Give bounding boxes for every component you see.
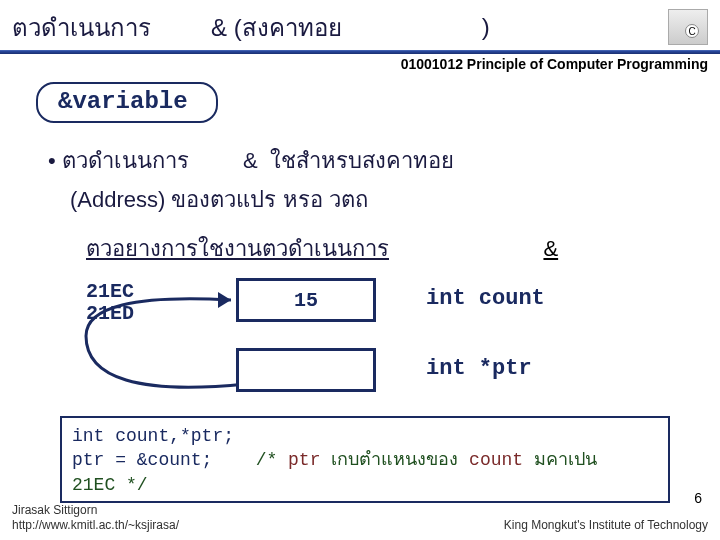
ampersand-icon: & xyxy=(243,148,258,173)
cpp-logo-icon xyxy=(668,9,708,45)
code-line-1: int count,*ptr; xyxy=(72,424,658,448)
slide-header: ตวดำเนนการ & (สงคาทอย ) xyxy=(0,0,720,50)
code-comment: /* ptr เกบตำแหนงของ count มคาเปน xyxy=(256,450,597,470)
code-box: int count,*ptr; ptr = &count; /* ptr เกบ… xyxy=(60,416,670,503)
footer-institution: King Mongkut's Institute of Technology xyxy=(504,518,708,534)
header-operator: & (สงคาทอย xyxy=(211,8,342,47)
author-name: Jirasak Sittigorn xyxy=(12,503,179,519)
slide-body: &variable • ตวดำเนนการ & ใชสำหรบสงคาทอย … xyxy=(0,72,720,503)
author-url: http://www.kmitl.ac.th/~ksjirasa/ xyxy=(12,518,179,534)
code-line-2a: ptr = &count; xyxy=(72,450,212,470)
header-paren: ) xyxy=(482,13,490,41)
course-code: 01001012 Principle of Computer Programmi… xyxy=(0,54,720,72)
page-number: 6 xyxy=(694,490,702,506)
memory-box-ptr xyxy=(236,348,376,392)
bullet-text-2: ใชสำหรบสงคาทอย xyxy=(270,148,454,173)
example-amp: & xyxy=(543,236,558,261)
footer-author: Jirasak Sittigorn http://www.kmitl.ac.th… xyxy=(12,503,179,534)
memory-value-1: 15 xyxy=(294,289,318,312)
syntax-pill: &variable xyxy=(36,82,218,123)
memory-box-count: 15 xyxy=(236,278,376,322)
example-heading-row: ตวอยางการใชงานตวดำเนนการ & xyxy=(30,227,690,276)
bullet-line: • ตวดำเนนการ & ใชสำหรบสงคาทอย xyxy=(48,143,690,178)
example-title: ตวอยางการใชงานตวดำเนนการ xyxy=(86,231,389,266)
address-2: 21ED xyxy=(86,302,134,325)
code-line-2: ptr = &count; /* ptr เกบตำแหนงของ count … xyxy=(72,448,658,472)
var-label-count: int count xyxy=(426,286,545,311)
svg-marker-0 xyxy=(218,292,231,308)
var-label-ptr: int *ptr xyxy=(426,356,532,381)
memory-diagram: 21EC 21ED 15 int count int *ptr xyxy=(86,276,690,416)
address-1: 21EC xyxy=(86,280,134,303)
pointer-arrow-icon xyxy=(46,280,266,420)
header-title: ตวดำเนนการ xyxy=(12,8,151,47)
bullet-text-1: ตวดำเนนการ xyxy=(62,148,189,173)
code-line-3: 21EC */ xyxy=(72,473,658,497)
bullet-subline: (Address) ของตวแปร หรอ วตถ xyxy=(70,182,690,217)
